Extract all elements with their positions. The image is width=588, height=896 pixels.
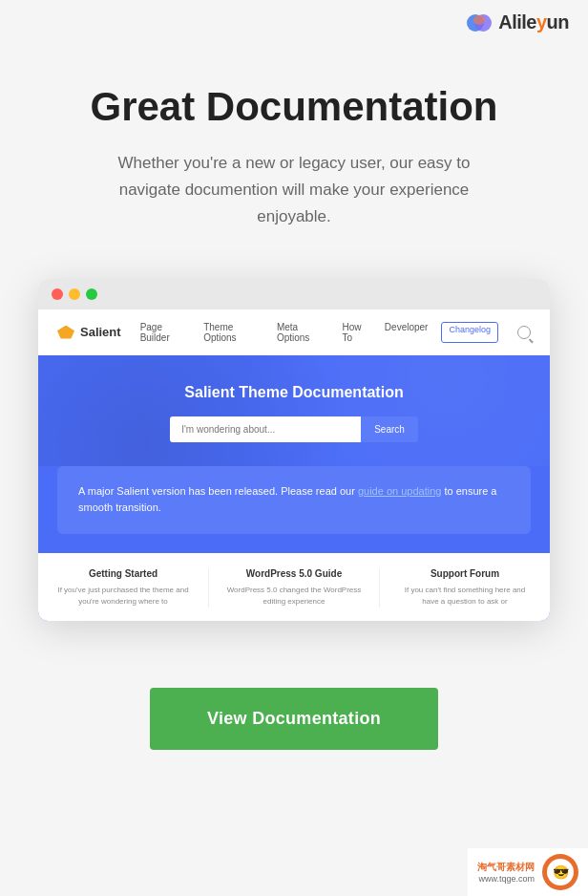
- notice-text-before: A major Salient version has been release…: [78, 485, 355, 497]
- logo-area: Alileyun: [466, 11, 569, 33]
- watermark-site-name: 淘气哥素材网: [477, 861, 535, 874]
- watermark-text: 淘气哥素材网 www.tqge.com: [477, 861, 535, 884]
- salient-search-button[interactable]: Search: [361, 416, 418, 442]
- salient-logo-text: Salient: [80, 325, 121, 339]
- browser-content: Salient Page Builder Theme Options Meta …: [38, 309, 550, 621]
- salient-cards-row: Getting Started If you've just purchased…: [38, 553, 550, 621]
- watermark-avatar: 😎: [542, 854, 578, 890]
- browser-chrome: [38, 279, 550, 309]
- browser-dot-green: [86, 288, 97, 300]
- salient-card-2: Support Forum If you can't find somethin…: [380, 568, 550, 608]
- salient-nav-meta-options: Meta Options: [277, 322, 329, 343]
- hero-section: Great Documentation Whether you're a new…: [0, 45, 588, 250]
- salient-search-row: Search: [57, 416, 531, 442]
- cta-section: View Documentation: [0, 650, 588, 798]
- salient-hero-title: Salient Theme Documentation: [57, 384, 531, 401]
- salient-navbar: Salient Page Builder Theme Options Meta …: [38, 309, 550, 355]
- salient-logo: Salient: [57, 325, 121, 339]
- salient-search-icon: [517, 326, 531, 339]
- salient-nav-links: Page Builder Theme Options Meta Options …: [140, 322, 498, 343]
- watermark: 淘气哥素材网 www.tqge.com 😎: [468, 848, 588, 896]
- logo-text: Alileyun: [498, 11, 569, 33]
- alileyun-logo-icon: [466, 13, 493, 32]
- salient-card-1: WordPress 5.0 Guide WordPress 5.0 change…: [209, 568, 380, 608]
- hero-subtitle: Whether you're a new or legacy user, our…: [94, 150, 494, 230]
- salient-card-2-title: Support Forum: [395, 568, 535, 579]
- salient-nav-developer: Developer: [385, 322, 429, 343]
- top-bar: Alileyun: [0, 0, 588, 45]
- logo-highlight: y: [536, 11, 547, 32]
- salient-card-1-title: WordPress 5.0 Guide: [224, 568, 364, 579]
- watermark-avatar-face: 😎: [547, 859, 574, 885]
- salient-notice-bar: A major Salient version has been release…: [57, 466, 531, 534]
- notice-link[interactable]: guide on updating: [358, 485, 441, 497]
- salient-nav-page-builder: Page Builder: [140, 322, 191, 343]
- page-title: Great Documentation: [38, 83, 550, 131]
- svg-point-2: [473, 15, 485, 25]
- salient-nav-changelog-badge: Changelog: [441, 322, 498, 343]
- salient-nav-theme-options: Theme Options: [203, 322, 263, 343]
- salient-card-1-text: WordPress 5.0 changed the WordPress edit…: [224, 585, 364, 608]
- browser-mockup: Salient Page Builder Theme Options Meta …: [38, 279, 550, 621]
- salient-card-2-text: If you can't find something here and hav…: [395, 585, 535, 608]
- view-documentation-button[interactable]: View Documentation: [150, 688, 438, 750]
- salient-card-0: Getting Started If you've just purchased…: [38, 568, 209, 608]
- salient-nav-how-to: How To: [342, 322, 370, 343]
- salient-search-input[interactable]: [170, 416, 361, 442]
- salient-logo-icon: [57, 326, 74, 339]
- salient-card-0-text: If you've just purchased the theme and y…: [53, 585, 193, 608]
- salient-notice-text: A major Salient version has been release…: [78, 483, 510, 517]
- browser-dot-yellow: [69, 288, 80, 300]
- salient-hero-section: Salient Theme Documentation Search: [38, 355, 550, 466]
- watermark-url: www.tqge.com: [477, 874, 535, 884]
- browser-dot-red: [52, 288, 63, 300]
- salient-card-0-title: Getting Started: [53, 568, 193, 579]
